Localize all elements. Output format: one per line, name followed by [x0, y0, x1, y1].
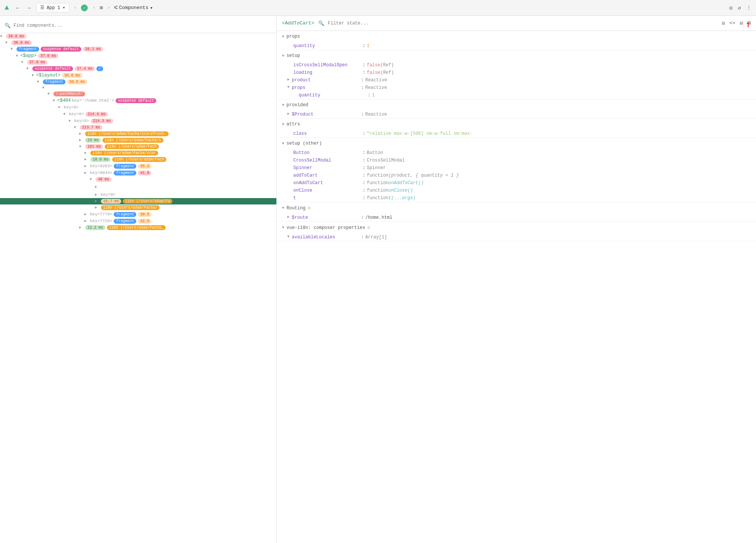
expand-arrow[interactable]: ▼	[287, 235, 290, 239]
state-panel-header: <AddToCart> 🔍 ⊡ <> ⊟ ⧉	[277, 16, 756, 31]
tree-row[interactable]: ► key=8283>fragment35.2	[0, 163, 276, 169]
comp-name: key=7729>fragment32.5	[89, 218, 151, 224]
ms-badge: 37.8 ms	[27, 60, 47, 65]
state-val-func-name: onAddToCart()	[389, 180, 424, 186]
tree-row[interactable]: ▼fragmentsuspense default38.1 ms	[0, 46, 276, 52]
state-colon: :	[363, 70, 365, 75]
tree-row[interactable]: ► key=0>	[0, 191, 276, 198]
section-title: setup	[287, 53, 300, 58]
breadcrumb-sep-1: ›	[74, 5, 76, 11]
tree-row[interactable]: ► key=8034>fragment41.8	[0, 169, 276, 176]
open-icon[interactable]: ⧉	[747, 20, 751, 26]
state-filter-input[interactable]	[328, 21, 718, 26]
back-button[interactable]: ←	[14, 4, 22, 12]
comp-key: key=0>	[69, 112, 84, 116]
refresh-icon[interactable]: ↺	[738, 5, 741, 11]
tree-row[interactable]: ► key=7729>fragment32.5	[0, 218, 276, 224]
tree-row[interactable]: ▼40 ms	[0, 176, 276, 183]
tree-row[interactable]: ▼213.7 ms	[0, 124, 276, 131]
target-icon[interactable]: ◎	[729, 5, 732, 11]
state-key: quantity	[293, 43, 361, 49]
tree-arrow: ►	[84, 171, 88, 175]
ms-badge: 37.9 ms	[38, 53, 58, 58]
state-section-provided: ▼provided►$Product:Reactive	[277, 99, 756, 119]
state-colon: :	[363, 150, 365, 156]
badge: fragment	[114, 219, 136, 224]
tree-row[interactable]: ▼<$404 key='/home.html'>suspense default	[0, 97, 276, 104]
section-header-i18n[interactable]: ▼vue-i18n: composer properties⚙	[277, 222, 756, 233]
tree-row[interactable]: ▼38.8 ms	[0, 40, 276, 46]
state-row: onClose:function onClose()	[277, 187, 756, 194]
state-row: isCrossSellModalOpen:false (Ref)	[277, 61, 756, 69]
tree-row[interactable]: ▼ key=0>	[0, 104, 276, 111]
section-header-provided[interactable]: ▼provided	[277, 99, 756, 111]
expand-arrow[interactable]: ►	[287, 215, 290, 219]
more-icon[interactable]: ⋮	[746, 5, 751, 11]
expand-arrow[interactable]: ►	[287, 78, 290, 82]
forward-button[interactable]: →	[25, 4, 33, 12]
section-header-setup[interactable]: ▼setup	[277, 50, 756, 61]
tree-row[interactable]: ▼39.8 ms	[0, 33, 276, 40]
state-row: ►product:Reactive	[277, 76, 756, 84]
tree-arrow: ▼	[53, 99, 56, 103]
components-dropdown-arrow[interactable]: ▾	[150, 5, 153, 11]
selected-component-label: <AddToCart>	[282, 20, 314, 26]
state-section-i18n: ▼vue-i18n: composer properties⚙▼availabl…	[277, 222, 756, 241]
tree-row[interactable]: ►i18n (/Users/adam/Facha/	[0, 204, 276, 211]
tree-row[interactable]: ►23 msi18n (/Users/adam/Facha/s	[0, 137, 276, 143]
section-header-setup_other[interactable]: ▼setup (other)	[277, 138, 756, 149]
app-tab[interactable]: ☰ App 1 ▾	[36, 3, 69, 12]
badge: /:pathMatch*	[53, 92, 85, 96]
app-tab-icon: ☰	[40, 5, 44, 11]
tree-row[interactable]: ►18.9 msi18n (/Users/adam/Fach	[0, 156, 276, 163]
tree-row[interactable]: ▼ key=0>214.3 ms	[0, 117, 276, 124]
tree-row[interactable]: ►	[0, 184, 276, 190]
tree-row[interactable]: ►12.2 msi18n (/Users/adam/Facha,	[0, 224, 276, 231]
state-section-setup: ▼setupisCrossSellModalOpen:false (Ref)lo…	[277, 50, 756, 99]
tree-row[interactable]: ▼fragment36.5 ms	[0, 79, 276, 85]
tree-row[interactable]: ▼181 msi18n (/Users/adam/Fach	[0, 143, 276, 150]
section-header-attrs[interactable]: ▼attrs	[277, 119, 756, 130]
section-header-props[interactable]: ▼props	[277, 31, 756, 42]
tree-row[interactable]: ▼/:pathMatch*	[0, 91, 276, 97]
split-icon[interactable]: ⊟	[740, 20, 743, 26]
tree-arrow: ►	[79, 226, 83, 230]
components-button[interactable]: ⑆ Components ▾	[114, 5, 153, 11]
snapshot-icon[interactable]: ⊡	[722, 20, 725, 26]
comp-name: key=0>	[62, 105, 79, 110]
state-val: false	[367, 70, 380, 75]
search-icon: 🔍	[5, 23, 11, 29]
tree-row[interactable]: ►16.7 msi18n (/Users/adam/Fa	[0, 198, 276, 204]
gear-icon[interactable]: ⚙	[308, 205, 310, 211]
tree-arrow: ▼	[58, 105, 62, 110]
tree-row[interactable]: ►i18n (/Users/adam/Facha/stor	[0, 150, 276, 156]
component-search-input[interactable]	[14, 23, 272, 28]
tree-row[interactable]: ▼suspense default37.4 ms/	[0, 66, 276, 72]
tree-row[interactable]: ▼37.8 ms	[0, 59, 276, 66]
state-row: Button:Button	[277, 149, 756, 157]
timing-badge: 36.5 ms	[67, 79, 87, 84]
tree-arrow: ►	[95, 199, 99, 203]
state-colon: :	[363, 195, 365, 201]
state-key: Spinner	[293, 165, 361, 171]
app-tab-dropdown[interactable]: ▾	[62, 5, 65, 11]
components-icon: ⑆	[114, 5, 117, 11]
tree-row[interactable]: ▼<$layout>36.6 ms	[0, 72, 276, 79]
section-header-routing[interactable]: ▼Routing⚙	[277, 202, 756, 214]
comp-name: key=7770>fragment30.5	[89, 212, 151, 217]
tree-arrow: ►	[84, 151, 88, 155]
expand-arrow[interactable]: ▼	[287, 85, 290, 89]
tree-row[interactable]: ▼ key=0>214.4 ms	[0, 111, 276, 117]
badge: i18n (/Users/adam/Facha/s	[102, 138, 163, 143]
expand-arrow[interactable]: ►	[287, 112, 290, 116]
tree-row[interactable]: ► key=7770>fragment30.5	[0, 211, 276, 218]
code-icon[interactable]: <>	[730, 20, 736, 26]
state-key: t	[293, 195, 361, 201]
tree-row[interactable]: ▼<$app>37.9 ms	[0, 52, 276, 59]
component-tree: ▼39.8 ms▼38.8 ms▼fragmentsuspense defaul…	[0, 33, 276, 231]
comp-name: <$app>	[20, 53, 37, 58]
tree-row[interactable]: ▼	[0, 85, 276, 91]
state-key: Button	[293, 150, 361, 156]
gear-icon[interactable]: ⚙	[367, 225, 370, 230]
tree-row[interactable]: ►i18n (/Users/adam/Facha/storefront-	[0, 131, 276, 137]
